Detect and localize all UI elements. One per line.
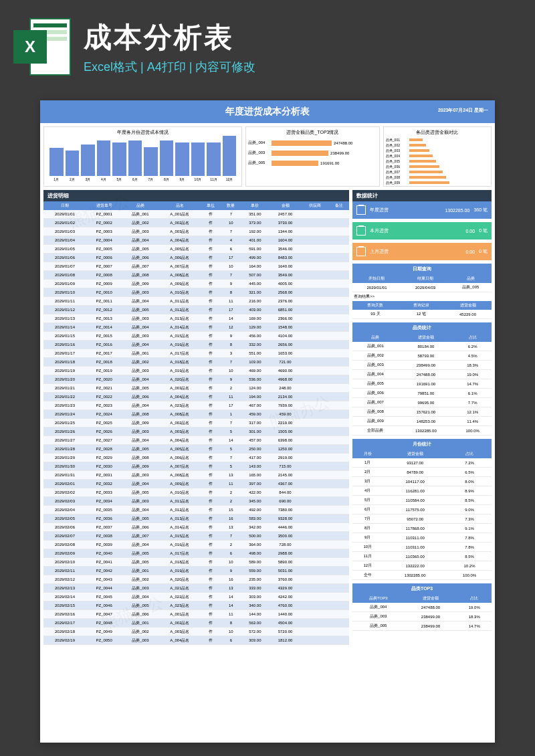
svg-text:X: X <box>25 37 35 56</box>
top3-title: 品类TOP3 <box>352 583 492 594</box>
monthly-chart: 年度各月份进货成本情况 1月2月3月4月5月6月7月8月9月10月11月12月 <box>43 126 242 187</box>
query-result-table: 查询天数查询记录进货金额93 天12 笔45229.00 <box>352 301 492 319</box>
stat-lbl: 本月进货 <box>370 227 389 234</box>
mon-title: 月份统计 <box>352 439 492 450</box>
query-title: 日期查询 <box>352 264 492 274</box>
banner-sub: Excel格式 | A4打印 | 内容可修改 <box>84 59 255 75</box>
sheet-title: 年度进货成本分析表 2023年07月24日 星期一 <box>40 100 495 123</box>
spreadsheet: 年度进货成本分析表 2023年07月24日 星期一 年度各月份进货成本情况 1月… <box>40 100 495 743</box>
stat-year: 年度进货1302285.00360 笔 <box>352 201 492 219</box>
chart3-title: 各品类进货金额对比 <box>386 129 489 136</box>
stat-cnt: 0 笔 <box>479 248 488 255</box>
stat-month: 本月进货0.000 笔 <box>352 222 492 240</box>
title-text: 年度进货成本分析表 <box>225 106 310 116</box>
stat-cnt: 360 笔 <box>473 207 488 213</box>
excel-icon: X <box>13 13 74 80</box>
mon-table: 月份进货金额占比1月93127.007.2%2月84789.006.5%3月10… <box>352 450 492 580</box>
stat-last: 上月进货0.000 笔 <box>352 243 492 260</box>
banner: X 成本分析表 Excel格式 | A4打印 | 内容可修改 <box>0 0 535 94</box>
top3-chart: 进货金额品类_TOP3情况 品类_004247488.00品类_00323849… <box>245 126 380 187</box>
calendar-icon <box>356 205 366 215</box>
chart1-title: 年度各月份进货成本情况 <box>46 129 239 136</box>
stat-lbl: 上月进货 <box>370 248 389 255</box>
chart2-title: 进货金额品类_TOP3情况 <box>248 129 377 136</box>
cat-table: 品类进货金额占比品类_00180184.006.2%品类_00258793.00… <box>352 333 492 436</box>
query-table: 开始日期结束日期品类2029/01/012029/04/03品类_005 <box>352 274 492 292</box>
stats-title: 数据统计 <box>352 190 492 201</box>
stat-cnt: 0 笔 <box>479 227 488 234</box>
banner-title: 成本分析表 <box>84 19 255 56</box>
stat-val: 0.00 <box>466 250 475 254</box>
stat-val: 1302285.00 <box>445 208 469 213</box>
query-result-label: 查询结果>> <box>352 292 492 301</box>
svg-rect-1 <box>33 23 67 27</box>
sheet-date: 2023年07月24日 星期一 <box>438 107 488 114</box>
calendar-icon <box>356 226 366 235</box>
stat-lbl: 年度进货 <box>370 207 389 213</box>
detail-title: 进货明细 <box>43 190 349 201</box>
detail-table: 日期进货单号品类品名单位数量单价金额供应商备注2029/01/01PZ_0001… <box>43 201 349 645</box>
cat-title: 品类统计 <box>352 322 492 333</box>
stat-val: 0.00 <box>466 229 475 233</box>
category-chart: 各品类进货金额对比 品类_001品类_002品类_003品类_004品类_005… <box>383 126 492 187</box>
top3-table: 品类TOP3进货金额占比品类_004247488.0019.0%品类_00323… <box>352 594 492 631</box>
calendar-icon <box>356 247 366 256</box>
